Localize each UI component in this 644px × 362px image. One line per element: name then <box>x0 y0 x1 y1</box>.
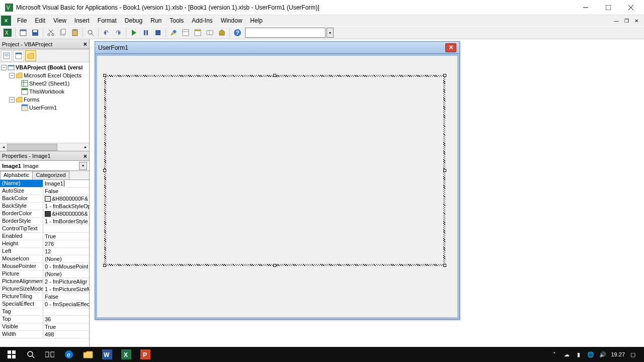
userform-canvas[interactable] <box>97 56 457 317</box>
taskbar-explorer[interactable] <box>78 347 98 362</box>
property-value[interactable]: 276 <box>43 240 89 247</box>
tree-workbook[interactable]: ThisWorkbook <box>29 88 64 95</box>
properties-panel-close-button[interactable]: × <box>83 152 87 160</box>
insert-userform-button[interactable] <box>18 27 29 38</box>
reset-button[interactable] <box>152 27 164 38</box>
break-button[interactable] <box>140 27 151 38</box>
mdi-minimize-button[interactable]: — <box>612 17 621 25</box>
taskbar-word[interactable]: W <box>98 347 117 362</box>
run-button[interactable] <box>128 27 139 38</box>
property-row[interactable]: Left12 <box>0 248 89 255</box>
menu-file[interactable]: File <box>13 16 31 25</box>
property-value[interactable]: (None) <box>43 270 89 278</box>
property-value[interactable]: 1 - fmBorderStyle <box>43 218 89 225</box>
minimize-button[interactable] <box>574 1 597 15</box>
taskbar-excel[interactable]: X <box>117 347 136 362</box>
paste-button[interactable] <box>69 27 80 38</box>
resize-handle-sw[interactable] <box>103 264 106 267</box>
redo-button[interactable] <box>113 27 124 38</box>
property-row[interactable]: BorderColor&H80000006& <box>0 210 89 218</box>
property-value[interactable] <box>43 225 89 232</box>
resize-handle-n[interactable] <box>273 74 276 77</box>
property-row[interactable]: Tag <box>0 308 89 316</box>
property-row[interactable]: BackStyle1 - fmBackStyleOp <box>0 203 89 210</box>
property-row[interactable]: PictureSizeMode1 - fmPictureSizeM <box>0 286 89 293</box>
menu-tools[interactable]: Tools <box>166 16 188 25</box>
object-browser-button[interactable] <box>204 27 215 38</box>
properties-grid[interactable]: (Name)Image1AutoSizeFalseBackColor&H8000… <box>0 180 89 347</box>
property-value[interactable]: (None) <box>43 255 89 262</box>
design-mode-button[interactable] <box>168 27 179 38</box>
taskbar-edge[interactable]: e <box>59 347 78 362</box>
menu-run[interactable]: Run <box>146 16 166 25</box>
toolbox-button[interactable] <box>216 27 227 38</box>
procedure-dropdown-arrow[interactable]: ▾ <box>327 28 334 38</box>
tree-forms[interactable]: Forms <box>24 97 39 103</box>
task-view-button[interactable] <box>40 347 59 362</box>
tree-sheet[interactable]: Sheet2 (Sheet1) <box>29 80 69 86</box>
property-value[interactable]: 36 <box>43 316 89 323</box>
taskbar-powerpoint[interactable]: P <box>136 347 155 362</box>
property-value[interactable] <box>43 308 89 315</box>
property-row[interactable]: Picture(None) <box>0 270 89 278</box>
property-row[interactable]: Width498 <box>0 331 89 338</box>
view-excel-button[interactable]: X <box>2 27 13 38</box>
userform-close-button[interactable]: ✕ <box>445 43 456 52</box>
property-row[interactable]: Height276 <box>0 240 89 248</box>
property-row[interactable]: BorderStyle1 - fmBorderStyle <box>0 218 89 225</box>
property-row[interactable]: BackColor&H8000000F& <box>0 195 89 203</box>
menu-format[interactable]: Format <box>94 16 121 25</box>
undo-button[interactable] <box>101 27 112 38</box>
project-explorer-button[interactable] <box>180 27 191 38</box>
project-panel-close-button[interactable]: × <box>83 40 87 48</box>
property-value[interactable]: True <box>43 323 89 330</box>
tree-root[interactable]: VBAProject (Book1 (versi <box>16 64 83 70</box>
tray-network-icon[interactable]: 🌐 <box>587 350 595 358</box>
search-button[interactable] <box>21 347 40 362</box>
tree-excel-objects[interactable]: Microsoft Excel Objects <box>24 72 82 78</box>
resize-handle-se[interactable] <box>443 264 446 267</box>
properties-window-button[interactable] <box>192 27 203 38</box>
menu-view[interactable]: View <box>49 16 70 25</box>
property-row[interactable]: ControlTipText <box>0 225 89 233</box>
property-row[interactable]: EnabledTrue <box>0 233 89 240</box>
mdi-restore-button[interactable]: ❐ <box>622 17 631 25</box>
resize-handle-s[interactable] <box>273 264 276 267</box>
tray-chevron-icon[interactable]: ˄ <box>550 350 558 358</box>
property-row[interactable]: PictureTilingFalse <box>0 293 89 301</box>
close-button[interactable] <box>619 1 642 15</box>
procedure-dropdown[interactable] <box>245 28 326 38</box>
cut-button[interactable] <box>45 27 56 38</box>
property-value[interactable]: 0 - fmMousePoint <box>43 263 89 270</box>
properties-object-selector[interactable]: Image1 Image ▾ <box>0 161 89 171</box>
image1-control[interactable] <box>106 77 443 264</box>
property-value[interactable]: 12 <box>43 248 89 255</box>
tab-categorized[interactable]: Categorized <box>32 171 69 179</box>
tab-alphabetic[interactable]: Alphabetic <box>0 171 33 179</box>
property-value[interactable]: 1 - fmPictureSizeM <box>43 286 89 293</box>
menu-window[interactable]: Window <box>217 16 247 25</box>
properties-object-dropdown-arrow[interactable]: ▾ <box>79 162 87 170</box>
property-row[interactable]: SpecialEffect0 - fmSpecialEffec <box>0 301 89 308</box>
property-value[interactable]: False <box>43 293 89 300</box>
property-row[interactable]: MouseIcon(None) <box>0 255 89 263</box>
property-value[interactable]: False <box>43 188 89 195</box>
property-value[interactable]: 498 <box>43 331 89 338</box>
tray-clock[interactable]: 19.27 <box>611 351 625 357</box>
property-value[interactable]: 1 - fmBackStyleOp <box>43 203 89 210</box>
tray-onedrive-icon[interactable]: ☁ <box>562 350 571 358</box>
menu-debug[interactable]: Debug <box>121 16 146 25</box>
help-button[interactable]: ? <box>232 27 243 38</box>
project-tree[interactable]: −VBAProject (Book1 (versi −Microsoft Exc… <box>0 62 89 143</box>
copy-button[interactable] <box>57 27 68 38</box>
find-button[interactable] <box>85 27 96 38</box>
property-value[interactable]: Image1 <box>43 180 89 187</box>
menu-help[interactable]: Help <box>246 16 267 25</box>
property-row[interactable]: (Name)Image1 <box>0 180 89 188</box>
mdi-close-button[interactable]: ✕ <box>632 17 641 25</box>
resize-handle-ne[interactable] <box>443 74 446 77</box>
resize-handle-w[interactable] <box>103 169 106 172</box>
menu-addins[interactable]: Add-Ins <box>188 16 216 25</box>
tray-volume-icon[interactable]: 🔊 <box>599 350 607 358</box>
save-button[interactable] <box>30 27 41 38</box>
